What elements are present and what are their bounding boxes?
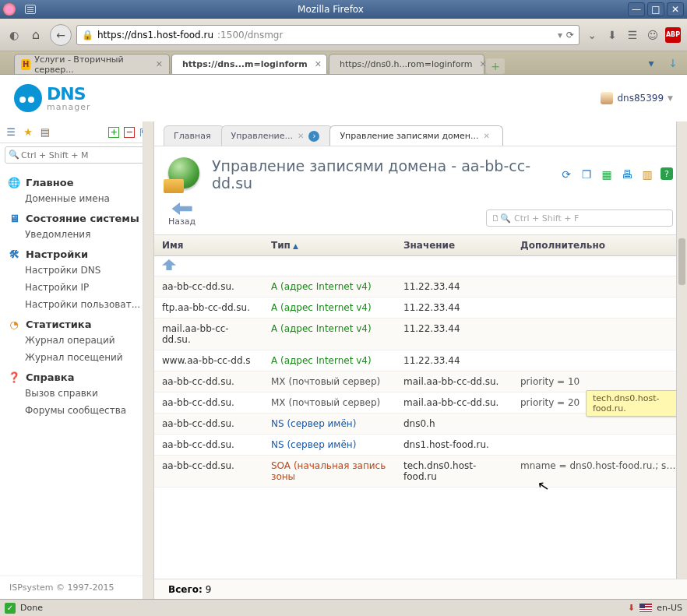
sidebar-item[interactable]: Настройки IP	[0, 279, 153, 296]
collapse-icon[interactable]: −	[124, 127, 135, 138]
cell-value: mail.aa-bb-cc-dd.su.	[396, 371, 513, 392]
dropdown-icon[interactable]: ▾	[558, 30, 562, 40]
user-menu[interactable]: dns85399 ▼	[601, 92, 673, 104]
sidebar-item[interactable]: Журнал операций	[0, 332, 153, 349]
star-icon[interactable]: ★	[22, 126, 34, 139]
main-scrollbar[interactable]	[676, 121, 687, 579]
browser-tab[interactable]: https://dns...m=loginform ✕	[171, 54, 327, 74]
print-icon[interactable]: 🖶	[620, 167, 634, 181]
minimize-button[interactable]: —	[628, 2, 645, 16]
sidebar-item[interactable]: Журнал посещений	[0, 349, 153, 366]
sync-icon[interactable]: ↓	[665, 55, 681, 71]
breadcrumb-close-icon[interactable]: ✕	[484, 132, 490, 140]
sidebar-scrollbar[interactable]	[143, 121, 153, 599]
addon-icon[interactable]: ☰	[625, 27, 640, 43]
cell-name: aa-bb-cc-dd.su.	[154, 456, 263, 487]
back-button[interactable]: Назад	[168, 202, 196, 227]
sidebar-item[interactable]: Настройки DNS	[0, 262, 153, 279]
breadcrumb[interactable]: Управление...✕›	[221, 125, 333, 146]
table-row[interactable]: www.aa-bb-cc-dd.sA (адрес Internet v4)11…	[154, 350, 687, 371]
table-row[interactable]: mail.aa-bb-cc-dd.su.A (адрес Internet v4…	[154, 319, 687, 350]
col-name[interactable]: Имя	[154, 235, 263, 255]
sidebar-item[interactable]: Форумы сообщества	[0, 402, 153, 419]
logo-text-2: manager	[47, 103, 90, 111]
sidebar-item[interactable]: Уведомления	[0, 226, 153, 243]
logo-text-1: DNS	[47, 86, 90, 103]
page-content: Управление записями домена - aa-bb-cc-dd…	[154, 146, 687, 599]
sidebar-group[interactable]: ◔Статистика	[0, 313, 153, 332]
up-row[interactable]	[154, 256, 687, 276]
url-bar[interactable]: 🔒 https://dns1.host-food.ru:1500/dnsmgr …	[76, 25, 580, 45]
breadcrumb[interactable]: Управление записями домен...✕	[329, 125, 503, 146]
sidebar-group[interactable]: 🖥Состояние системы	[0, 207, 153, 226]
expand-icon[interactable]: +	[108, 127, 119, 138]
tab-label: Услуги - Вторичный сервер...	[34, 55, 149, 75]
tab-close-icon[interactable]: ✕	[156, 59, 163, 69]
breadcrumb-label: Главная	[174, 131, 211, 141]
clipboard-icon[interactable]: ▤	[39, 126, 51, 139]
window-titlebar: Mozilla Firefox — □ ✕	[0, 0, 687, 19]
table-row[interactable]: ftp.aa-bb-cc-dd.su.A (адрес Internet v4)…	[154, 297, 687, 319]
cell-extra	[513, 435, 687, 455]
sidebar-group[interactable]: ❓Справка	[0, 366, 153, 385]
sidebar-search-input[interactable]	[5, 146, 149, 164]
adblock-icon[interactable]: ABP	[665, 27, 681, 43]
browser-tabs: H Услуги - Вторичный сервер... ✕ https:/…	[0, 51, 687, 75]
tab-close-icon[interactable]: ✕	[315, 59, 322, 69]
breadcrumb-bar: Главная Управление...✕› Управление запис…	[154, 121, 687, 146]
main-area: Главная Управление...✕› Управление запис…	[154, 121, 687, 599]
firefox-menu-icon[interactable]: ◐	[6, 27, 22, 43]
breadcrumb-next-icon[interactable]: ›	[308, 131, 319, 142]
breadcrumb-close-icon[interactable]: ✕	[298, 132, 304, 140]
breadcrumb-label: Управление записями домен...	[340, 131, 478, 141]
pocket-icon[interactable]: ⌄	[584, 27, 600, 43]
sidebar-item[interactable]: Доменные имена	[0, 190, 153, 207]
browser-tab[interactable]: H Услуги - Вторичный сервер... ✕	[14, 54, 170, 74]
cell-value: tech.dns0.host-food.ru	[396, 456, 513, 487]
cell-name: aa-bb-cc-dd.su.	[154, 435, 263, 455]
sidebar-group[interactable]: 🌐Главное	[0, 171, 153, 190]
cell-name: mail.aa-bb-cc-dd.su.	[154, 319, 263, 350]
downloads-icon[interactable]: ⬇	[604, 27, 620, 43]
back-button[interactable]: ←	[50, 24, 72, 46]
breadcrumb[interactable]: Главная	[164, 125, 224, 146]
sidebar-group[interactable]: 🛠Настройки	[0, 243, 153, 262]
sidebar-group-label: Настройки	[26, 248, 88, 260]
browser-tab[interactable]: https://dns0.h...rom=loginform ✕	[329, 54, 484, 74]
list-icon[interactable]: ☰	[5, 126, 17, 139]
app-menu-icon[interactable]	[25, 5, 36, 14]
export-icon[interactable]: ▦	[600, 167, 614, 181]
help-icon[interactable]: ?	[661, 167, 673, 180]
cell-value: dns0.h	[396, 414, 513, 434]
table-row[interactable]: aa-bb-cc-dd.su.MX (почтовый сервер)mail.…	[154, 371, 687, 392]
security-shield-icon[interactable]: ✓	[5, 603, 16, 614]
download-status-icon[interactable]: ⬇	[628, 603, 635, 613]
col-extra[interactable]: Дополнительно	[513, 235, 687, 255]
list-tabs-icon[interactable]: ▾	[643, 55, 659, 71]
monitor-icon: 🖥	[8, 212, 20, 224]
table-row[interactable]: aa-bb-cc-dd.su.NS (сервер имён)dns0.h	[154, 414, 687, 435]
filter-input[interactable]: 🗋🔍 Ctrl + Shift + F	[486, 209, 673, 227]
table-row[interactable]: aa-bb-cc-dd.su.A (адрес Internet v4)11.2…	[154, 276, 687, 297]
flag-icon	[639, 604, 652, 612]
settings-icon[interactable]: ▥	[640, 167, 654, 181]
sort-asc-icon: ▲	[293, 242, 298, 250]
close-window-button[interactable]: ✕	[667, 2, 684, 16]
maximize-button[interactable]: □	[647, 2, 664, 16]
page-header: Управление записями домена - aa-bb-cc-dd…	[154, 146, 687, 198]
cell-name: www.aa-bb-cc-dd.s	[154, 350, 263, 371]
reload-icon[interactable]: ⟳	[566, 30, 574, 40]
new-tab-button[interactable]: +	[486, 58, 505, 74]
table-header: Имя Тип▲ Значение Дополнительно	[154, 234, 687, 256]
face-icon[interactable]: ☺	[645, 27, 661, 43]
home-button[interactable]: ⌂	[26, 26, 45, 44]
refresh-icon[interactable]: ⟳	[559, 167, 573, 181]
sidebar-item[interactable]: Вызов справки	[0, 385, 153, 402]
table-row[interactable]: aa-bb-cc-dd.su.SOA (начальная запись зон…	[154, 456, 687, 488]
sidebar-item[interactable]: Настройки пользоват...	[0, 296, 153, 313]
table-row[interactable]: aa-bb-cc-dd.su.NS (сервер имён)dns1.host…	[154, 435, 687, 456]
copy-icon[interactable]: ❐	[580, 167, 594, 181]
col-type[interactable]: Тип▲	[263, 235, 396, 255]
col-value[interactable]: Значение	[396, 235, 513, 255]
records-table: Имя Тип▲ Значение Дополнительно aa-bb-cc…	[154, 234, 687, 488]
